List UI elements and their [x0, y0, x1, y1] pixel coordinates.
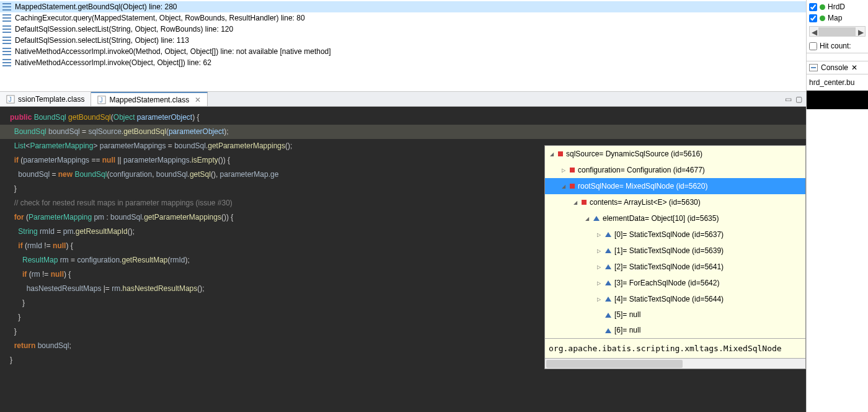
debug-tree-label: contents= ArrayList<E> (id=5630): [590, 195, 701, 210]
call-stack-panel: MappedStatement.getBoundSql(Object) line…: [0, 0, 806, 92]
expand-arrow-icon[interactable]: [560, 163, 567, 177]
debug-tree-label: [6]= null: [614, 323, 640, 338]
element-icon: [593, 216, 600, 221]
field-icon: [582, 200, 587, 205]
stack-frame-text: MappedStatement.getBoundSql(Object) line…: [15, 2, 177, 11]
console-label: Console: [821, 63, 848, 72]
debug-tree-label: [1]= StaticTextSqlNode (id=5639): [614, 244, 724, 258]
element-icon: [605, 264, 611, 269]
debug-tree-row[interactable]: [6]= null: [545, 323, 805, 338]
debug-tree-row[interactable]: [3]= ForEachSqlNode (id=5642): [545, 275, 805, 291]
expand-arrow-icon[interactable]: [596, 292, 602, 307]
hitcount-checkbox[interactable]: [809, 42, 817, 50]
debug-tree-row[interactable]: [5]= null: [545, 307, 805, 323]
maximize-icon[interactable]: ▢: [795, 95, 802, 104]
scroll-right-icon[interactable]: ▶: [856, 27, 865, 37]
scroll-left-icon[interactable]: ◀: [810, 27, 818, 37]
debug-tree-row[interactable]: rootSqlNode= MixedSqlNode (id=5620): [545, 178, 805, 194]
stack-frame-text: NativeMethodAccessorImpl.invoke0(Method,…: [15, 47, 331, 56]
stack-frame[interactable]: DefaultSqlSession.selectList(String, Obj…: [0, 35, 806, 46]
expand-arrow-icon[interactable]: [584, 211, 590, 226]
debug-tree-row[interactable]: [1]= StaticTextSqlNode (id=5639): [545, 243, 805, 259]
field-icon: [570, 168, 575, 172]
horizontal-scrollbar[interactable]: ◀ ▶: [809, 26, 866, 37]
debug-tree-row[interactable]: [4]= StaticTextSqlNode (id=5644): [545, 291, 805, 307]
stack-frame-icon: [2, 25, 11, 33]
stack-frame-text: DefaultSqlSession.selectList(String, Obj…: [15, 36, 189, 45]
right-panel: HrdD Map ◀ ▶ Hit count: Console ✕ hrd_ce…: [806, 0, 868, 412]
debug-tree-row[interactable]: [0]= StaticTextSqlNode (id=5637): [545, 226, 805, 243]
expand-arrow-icon[interactable]: [560, 179, 567, 194]
debug-tree-row[interactable]: configuration= Configuration (id=4677): [545, 162, 805, 178]
debug-tree-label: elementData= Object[10] (id=5635): [603, 212, 719, 226]
expand-arrow-icon[interactable]: [596, 227, 602, 242]
stack-frame[interactable]: DefaultSqlSession.selectList(String, Obj…: [0, 24, 806, 35]
horizontal-scrollbar[interactable]: [545, 358, 805, 369]
element-icon: [605, 297, 611, 302]
debug-tree-row[interactable]: contents= ArrayList<E> (id=5630): [545, 194, 805, 210]
debug-tree-label: [4]= StaticTextSqlNode (id=5644): [614, 292, 724, 307]
minimize-icon[interactable]: ▭: [785, 95, 792, 104]
debug-tree-label: configuration= Configuration (id=4677): [578, 163, 705, 177]
stack-frame[interactable]: NativeMethodAccessorImpl.invoke(Object, …: [0, 57, 806, 68]
debug-tree-label: rootSqlNode= MixedSqlNode (id=5620): [578, 179, 707, 194]
debug-tree-label: sqlSource= DynamicSqlSource (id=5616): [566, 147, 702, 161]
element-icon: [605, 232, 611, 237]
console-output-line: hrd_center.bu: [807, 74, 868, 91]
stack-frame-icon: [2, 59, 11, 66]
expand-arrow-icon[interactable]: [549, 146, 555, 161]
class-file-icon: J: [97, 96, 106, 104]
tab-label: ssionTemplate.class: [18, 95, 84, 104]
editor-tab-bar: J ssionTemplate.class J MappedStatement.…: [0, 92, 806, 107]
expand-arrow-icon[interactable]: [572, 195, 578, 210]
console-tab[interactable]: Console ✕: [807, 61, 868, 74]
close-icon[interactable]: ✕: [195, 96, 201, 104]
class-file-icon: J: [6, 95, 15, 104]
breakpoint-checkbox[interactable]: [809, 14, 817, 22]
breakpoint-label: HrdD: [828, 2, 845, 11]
stack-frame-text: CachingExecutor.query(MappedStatement, O…: [15, 14, 305, 22]
debug-tree-row[interactable]: sqlSource= DynamicSqlSource (id=5616): [545, 146, 805, 162]
debug-tree-label: [5]= null: [614, 308, 640, 322]
svg-text:J: J: [100, 96, 103, 103]
breakpoint-dot-icon: [820, 16, 825, 21]
console-body: [807, 91, 868, 109]
breakpoint-checkbox[interactable]: [809, 3, 817, 11]
expand-arrow-icon[interactable]: [596, 275, 602, 290]
element-icon: [605, 328, 611, 333]
editor-tab[interactable]: J ssionTemplate.class: [0, 92, 91, 106]
stack-frame-text: DefaultSqlSession.selectList(String, Obj…: [15, 25, 233, 34]
field-icon: [558, 151, 563, 156]
stack-frame[interactable]: MappedStatement.getBoundSql(Object) line…: [0, 1, 806, 12]
close-icon[interactable]: ✕: [851, 63, 857, 72]
debug-tree-label: [0]= StaticTextSqlNode (id=5637): [614, 228, 724, 242]
debug-tree-row[interactable]: [2]= StaticTextSqlNode (id=5641): [545, 259, 805, 275]
stack-frame-icon: [2, 48, 11, 55]
expand-arrow-icon[interactable]: [596, 259, 602, 274]
tab-label: MappedStatement.class: [109, 96, 189, 104]
debug-tree-row[interactable]: elementData= Object[10] (id=5635): [545, 210, 805, 226]
editor-tab[interactable]: J MappedStatement.class ✕: [91, 92, 208, 106]
element-icon: [605, 280, 611, 285]
breakpoint-dot-icon: [820, 4, 825, 10]
debug-qualified-name: org.apache.ibatis.scripting.xmltags.Mixe…: [545, 338, 805, 358]
hitcount-label: Hit count:: [820, 42, 851, 50]
stack-frame-icon: [2, 3, 11, 11]
breakpoint-item[interactable]: Map: [809, 12, 866, 24]
tab-controls: ▭ ▢: [781, 95, 806, 104]
stack-frame-text: NativeMethodAccessorImpl.invoke(Object, …: [15, 58, 211, 67]
stack-frame-icon: [2, 37, 11, 44]
stack-frame-icon: [2, 14, 11, 22]
debug-tree-label: [2]= StaticTextSqlNode (id=5641): [614, 260, 724, 274]
console-icon: [809, 64, 818, 71]
debug-inspect-popup: sqlSource= DynamicSqlSource (id=5616)con…: [544, 145, 806, 369]
expand-arrow-icon[interactable]: [596, 243, 602, 258]
element-icon: [605, 313, 611, 318]
breakpoint-item[interactable]: HrdD: [809, 1, 866, 12]
stack-frame[interactable]: NativeMethodAccessorImpl.invoke0(Method,…: [0, 46, 806, 57]
svg-text:J: J: [9, 95, 12, 102]
breakpoint-label: Map: [828, 14, 842, 22]
debug-tree-label: [3]= ForEachSqlNode (id=5642): [614, 276, 719, 290]
stack-frame[interactable]: CachingExecutor.query(MappedStatement, O…: [0, 12, 806, 24]
code-editor[interactable]: public BoundSql getBoundSql(Object param…: [0, 107, 806, 412]
